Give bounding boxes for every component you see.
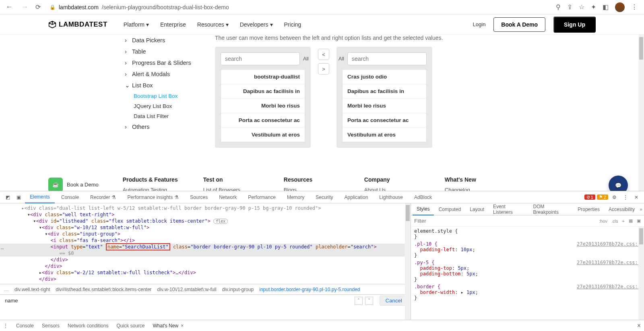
tab-accessibility[interactable]: Accessibility [605,203,639,215]
drawer-tab-quick-source[interactable]: Quick source [116,323,144,329]
page-scrollbar[interactable] [638,35,644,211]
share-icon[interactable]: ⇪ [567,3,572,11]
tab-styles[interactable]: Styles [413,203,434,215]
reload-icon[interactable]: ⟳ [34,2,42,12]
more-tabs-icon[interactable]: » [640,207,642,212]
footer-demo-cta[interactable]: ☕ Book a Demo [48,176,99,193]
login-link[interactable]: Login [473,21,486,27]
cls-toggle[interactable]: .cls [611,219,618,223]
drawer-menu-icon[interactable]: ⋮ [3,323,8,329]
tab-perf-insights[interactable]: Performance insights ⚗ [122,191,184,203]
close-drawer-icon[interactable]: × [637,322,641,329]
dom-tree[interactable]: ⋯ ▸<div class="dual-list list-left w-5/1… [0,203,411,320]
move-left-button[interactable]: < [318,49,329,60]
new-rule-icon[interactable]: + [622,219,625,223]
list-item[interactable]: Dapibus ac facilisis in [343,84,426,99]
zoom-icon[interactable]: ⚲ [556,3,561,11]
bc-item[interactable]: div.input-group [222,287,254,292]
tab-sources[interactable]: Sources [185,191,213,203]
bc-item[interactable]: div.well.text-right [14,287,50,292]
tab-adblock[interactable]: AdBlock [409,191,437,203]
find-next-icon[interactable]: ˅ [365,297,373,305]
address-bar[interactable]: 🔒 lambdatest.com/selenium-playground/boo… [45,4,553,10]
list-item[interactable]: Porta ac consectetur ac [221,113,305,128]
profile-avatar[interactable] [615,2,625,12]
settings-icon[interactable]: ⚙ [610,194,619,200]
sidebar-item-progress[interactable]: ›Progress Bar & Sliders [125,57,209,68]
list-item[interactable]: bootstrap-duallist [221,70,305,84]
brand-logo[interactable]: LAMBDATEST [48,21,107,29]
styles-rules[interactable]: element.style {} 27e201316978b72e.css:1.… [411,227,644,320]
tab-memory[interactable]: Memory [282,191,309,203]
sidebar-item-others[interactable]: ›Others [125,121,209,132]
bookmark-icon[interactable]: ☆ [579,3,584,11]
tab-security[interactable]: Security [311,191,338,203]
forward-icon[interactable]: → [19,1,31,13]
book-demo-button[interactable]: Book A Demo [493,17,545,32]
bc-dots[interactable]: … [4,287,9,292]
right-select-all[interactable]: All [339,56,344,62]
kebab-icon[interactable]: ⋮ [621,194,630,200]
tab-event-listeners[interactable]: Event Listeners [489,203,528,215]
sidebar-sub-bootstrap[interactable]: Bootstrap List Box [125,91,209,101]
list-item[interactable]: Morbi leo risus [221,99,305,113]
sidebar-toggle-icon[interactable]: ▣ [637,218,641,223]
source-link[interactable]: 27e201316978b72e.css:1 [577,241,641,247]
tab-performance[interactable]: Performance [243,191,281,203]
cancel-button[interactable]: Cancel [380,296,409,306]
warning-badge[interactable]: ⚑2 [597,194,608,200]
left-select-all[interactable]: All [303,56,309,62]
error-badge[interactable]: ⊘1 [584,194,595,200]
source-link[interactable]: 27e201316978b72e.css:1 [577,284,641,290]
kebab-menu-icon[interactable]: ⋮ [631,3,638,11]
scrollbar-thumb[interactable] [639,228,643,244]
list-item[interactable]: Vestibulum at eros [221,128,305,142]
nav-resources[interactable]: Resources▾ [197,21,229,28]
bc-item-active[interactable]: input.border.border-gray-90.pl-10.py-5.r… [259,287,360,292]
device-toggle-icon[interactable]: ▣ [14,194,23,200]
move-right-button[interactable]: > [318,63,329,74]
nav-developers[interactable]: Developers▾ [240,21,273,28]
tab-computed[interactable]: Computed [435,203,465,215]
extensions-icon[interactable]: ✦ [591,3,596,11]
flex-badge[interactable]: flex [213,219,228,224]
styles-scrollbar[interactable] [638,227,644,320]
find-prev-icon[interactable]: ˄ [355,297,363,305]
computed-toggle-icon[interactable]: ▦ [629,218,633,223]
left-search-input[interactable] [221,52,300,65]
drawer-tab-console[interactable]: Console [16,323,34,329]
source-link[interactable]: 27e201316978b72e.css:1 [577,260,641,265]
drawer-tab-whats-new[interactable]: What's New [153,323,178,329]
tab-console[interactable]: Console [56,191,84,203]
sidebar-sub-datalist[interactable]: Data List Filter [125,111,209,121]
tab-layout[interactable]: Layout [466,203,488,215]
styles-filter[interactable] [414,218,595,224]
tab-dom-breakpoints[interactable]: DOM Breakpoints [529,203,573,215]
scrollbar-thumb[interactable] [639,37,643,60]
bc-item[interactable]: div#listhead.flex.smtablet\:block.items-… [56,287,151,292]
tab-application[interactable]: Application [340,191,373,203]
dom-scrollbar[interactable] [405,203,411,320]
selected-dom-node[interactable]: <input type="text" name="SearchDualList"… [0,244,411,250]
signup-button[interactable]: Sign Up [553,17,596,33]
list-item[interactable]: Vestibulum at eros [343,128,426,142]
close-tab-icon[interactable]: × [181,323,184,329]
list-item[interactable]: Cras justo odio [343,70,426,84]
inspect-icon[interactable]: ◩ [3,194,12,200]
close-icon[interactable]: ✕ [632,194,641,200]
list-item[interactable]: Morbi leo risus [343,99,426,113]
sidebar-item-table[interactable]: ›Table [125,46,209,57]
drawer-tab-sensors[interactable]: Sensors [42,323,60,329]
sidebar-item-listbox[interactable]: ⌄List Box [125,80,209,91]
tab-recorder[interactable]: Recorder ⚗ [85,191,121,203]
tab-elements[interactable]: Elements [25,191,55,203]
line-actions-icon[interactable]: ⋯ [1,246,4,252]
nav-platform[interactable]: Platform▾ [124,21,149,28]
tab-lighthouse[interactable]: Lighthouse [374,191,408,203]
nav-enterprise[interactable]: Enterprise [160,21,186,28]
find-input[interactable] [2,296,352,305]
hov-toggle[interactable]: :hov [599,219,607,223]
bc-item[interactable]: div.w-10\/12.smtablet\:w-full [157,287,217,292]
sidebar-item-data-pickers[interactable]: ›Data Pickers [125,35,209,46]
drawer-tab-network-conditions[interactable]: Network conditions [68,323,108,329]
